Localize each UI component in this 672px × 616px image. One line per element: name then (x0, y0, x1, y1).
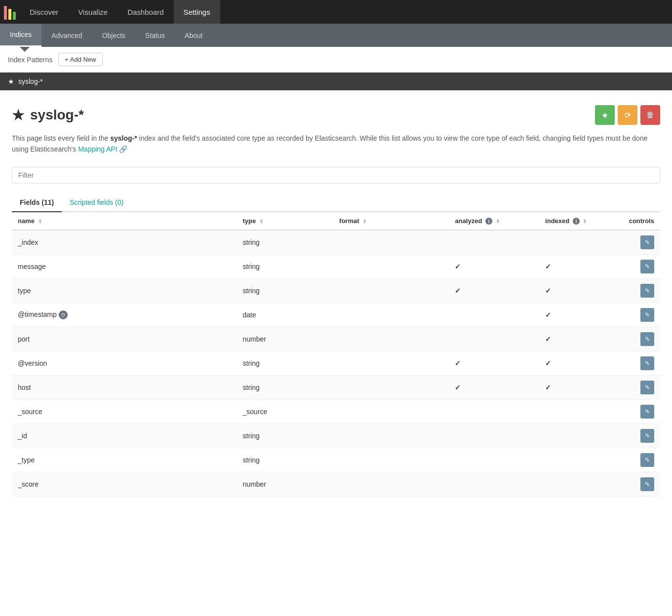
edit-field-button[interactable]: ✎ (640, 381, 654, 394)
info-icon-analyzed[interactable]: i (485, 218, 492, 225)
table-row: _typestring✎ (12, 448, 660, 472)
cell-analyzed: ✓ (449, 279, 539, 303)
cell-name: @timestamp⏱ (12, 303, 237, 327)
nav-indices[interactable]: Indices (0, 24, 41, 47)
top-nav-discover[interactable]: Discover (20, 0, 68, 24)
top-nav-visualize[interactable]: Visualize (68, 0, 118, 24)
cell-indexed (539, 230, 623, 255)
col-header-type[interactable]: type ⇕ (237, 212, 334, 231)
indexed-check-icon: ✓ (545, 359, 551, 367)
top-nav-settings[interactable]: Settings (174, 0, 220, 24)
info-icon-indexed[interactable]: i (573, 218, 580, 225)
cell-indexed: ✓ (539, 303, 623, 327)
action-buttons: ★ ⟳ 🗑 (595, 105, 660, 125)
indexed-check-icon: ✓ (545, 311, 551, 319)
cell-controls: ✎ (623, 351, 660, 376)
table-row: _indexstring✎ (12, 230, 660, 255)
edit-field-button[interactable]: ✎ (640, 477, 654, 491)
brand-logo (4, 4, 16, 20)
indexed-check-icon: ✓ (545, 384, 551, 391)
analyzed-check-icon: ✓ (455, 384, 461, 391)
cell-type: string (237, 376, 334, 400)
edit-field-button[interactable]: ✎ (640, 405, 654, 419)
edit-field-button[interactable]: ✎ (640, 308, 654, 322)
cell-name: _source (12, 400, 237, 424)
cell-analyzed: ✓ (449, 376, 539, 400)
nav-arrow (20, 47, 30, 52)
cell-name: _score (12, 472, 237, 497)
timestamp-icon: ⏱ (59, 310, 68, 319)
col-header-controls: controls (623, 212, 660, 231)
edit-field-button[interactable]: ✎ (640, 332, 654, 346)
cell-controls: ✎ (623, 424, 660, 448)
cell-format (333, 376, 449, 400)
edit-field-button[interactable]: ✎ (640, 356, 654, 370)
nav-objects[interactable]: Objects (92, 24, 135, 47)
cell-type: string (237, 448, 334, 472)
cell-analyzed (449, 448, 539, 472)
index-patterns-bar: Index Patterns + Add New (0, 47, 672, 73)
cell-analyzed (449, 400, 539, 424)
cell-controls: ✎ (623, 448, 660, 472)
col-header-analyzed[interactable]: analyzed i ⇕ (449, 212, 539, 231)
mapping-api-link[interactable]: Mapping API (78, 145, 117, 153)
table-row: @versionstring✓✓✎ (12, 351, 660, 376)
cell-indexed: ✓ (539, 255, 623, 279)
cell-format (333, 448, 449, 472)
fields-table: name ⇕ type ⇕ format ⇕ analyzed i ⇕ in (12, 212, 660, 497)
tab-scripted-fields[interactable]: Scripted fields (0) (62, 193, 131, 212)
brand (0, 0, 20, 24)
description-before: This page lists every field in the (12, 134, 110, 142)
nav-advanced[interactable]: Advanced (41, 24, 92, 47)
edit-field-button[interactable]: ✎ (640, 235, 654, 249)
add-new-button[interactable]: + Add New (58, 53, 102, 66)
set-default-button[interactable]: ★ (595, 105, 615, 125)
cell-analyzed (449, 472, 539, 497)
cell-controls: ✎ (623, 230, 660, 255)
cell-analyzed (449, 230, 539, 255)
cell-format (333, 424, 449, 448)
table-head: name ⇕ type ⇕ format ⇕ analyzed i ⇕ in (12, 212, 660, 231)
cell-name: host (12, 376, 237, 400)
filter-input[interactable] (12, 167, 660, 184)
delete-index-button[interactable]: 🗑 (640, 105, 660, 125)
cell-name: _id (12, 424, 237, 448)
cell-controls: ✎ (623, 400, 660, 424)
brand-bar-1 (4, 6, 7, 20)
sort-icon-format: ⇕ (362, 219, 366, 224)
cell-format (333, 472, 449, 497)
nav-status[interactable]: Status (135, 24, 175, 47)
indexed-check-icon: ✓ (545, 287, 551, 295)
cell-controls: ✎ (623, 279, 660, 303)
sort-icon-type: ⇕ (259, 219, 263, 224)
refresh-fields-button[interactable]: ⟳ (618, 105, 637, 125)
edit-field-button[interactable]: ✎ (640, 284, 654, 298)
cell-format (333, 279, 449, 303)
edit-field-button[interactable]: ✎ (640, 260, 654, 273)
nav-about[interactable]: About (175, 24, 213, 47)
cell-type: string (237, 351, 334, 376)
cell-analyzed (449, 424, 539, 448)
col-header-name[interactable]: name ⇕ (12, 212, 237, 231)
cell-name: _type (12, 448, 237, 472)
table-row: _idstring✎ (12, 424, 660, 448)
index-patterns-label: Index Patterns (8, 56, 52, 64)
edit-field-button[interactable]: ✎ (640, 429, 654, 443)
index-header: ★ syslog-* ★ ⟳ 🗑 (12, 105, 660, 125)
cell-analyzed: ✓ (449, 351, 539, 376)
col-header-format[interactable]: format ⇕ (333, 212, 449, 231)
index-title-text: syslog-* (30, 107, 84, 123)
cell-analyzed (449, 327, 539, 351)
main-content: ★ syslog-* ★ ⟳ 🗑 This page lists every f… (0, 90, 672, 616)
tab-fields[interactable]: Fields (11) (12, 193, 62, 212)
cell-indexed (539, 400, 623, 424)
col-header-indexed[interactable]: indexed i ⇕ (539, 212, 623, 231)
table-row: _scorenumber✎ (12, 472, 660, 497)
active-index-bar: ★ syslog-* (0, 73, 672, 90)
top-nav-dashboard[interactable]: Dashboard (118, 0, 173, 24)
cell-controls: ✎ (623, 327, 660, 351)
edit-field-button[interactable]: ✎ (640, 453, 654, 467)
analyzed-check-icon: ✓ (455, 359, 461, 367)
sort-icon-indexed: ⇕ (583, 219, 587, 224)
cell-format (333, 327, 449, 351)
